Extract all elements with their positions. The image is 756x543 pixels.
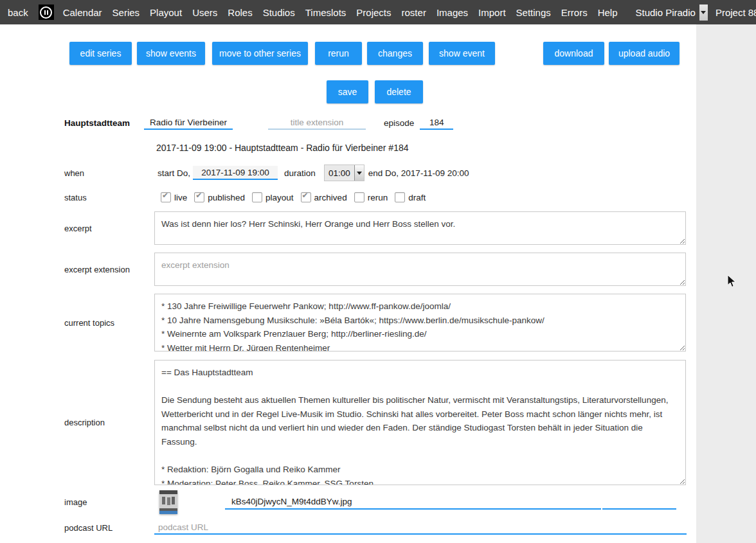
published-checkbox[interactable] — [194, 192, 204, 202]
excerpt-label: excerpt — [64, 224, 154, 233]
status-label: status — [64, 193, 154, 202]
nav-item-series[interactable]: Series — [113, 7, 140, 18]
chevron-down-icon[interactable] — [699, 4, 708, 21]
edit-series-button[interactable]: edit series — [69, 42, 132, 65]
nav-item-import[interactable]: Import — [478, 7, 506, 18]
nav-item-images[interactable]: Images — [437, 7, 468, 18]
excerpt-extension-row: excerpt extension — [0, 253, 696, 286]
title-input[interactable] — [144, 116, 233, 130]
nav-item-calendar[interactable]: Calendar — [63, 7, 102, 18]
draft-checkbox[interactable] — [395, 192, 405, 202]
title-row: Hauptstadtteam episode — [0, 116, 696, 130]
nav-item-users[interactable]: Users — [192, 7, 217, 18]
published-checkbox-label: published — [208, 193, 245, 202]
when-row: when start Do, duration 01:00 end Do, 20… — [0, 165, 696, 181]
nav-item-roles[interactable]: Roles — [228, 7, 252, 18]
image-row: image — [0, 490, 696, 514]
excerpt-textarea[interactable]: Was ist denn hier los? Herr Schinski, He… — [154, 211, 686, 245]
podcast-url-label: podcast URL — [64, 523, 154, 533]
nav-item-roster[interactable]: roster — [402, 7, 426, 18]
rerun-checkbox-label: rerun — [368, 193, 388, 202]
changes-button[interactable]: changes — [367, 42, 423, 65]
content-area: edit series show events move to other se… — [0, 24, 696, 543]
delete-button[interactable]: delete — [375, 80, 423, 103]
project-select[interactable]: Project 88vier — [716, 4, 756, 21]
end-datetime-label: end Do, 2017-11-09 20:00 — [368, 168, 469, 178]
description-label: description — [64, 418, 154, 427]
draft-checkbox-label: draft — [408, 193, 426, 202]
episode-label: episode — [384, 118, 414, 128]
image-label: image — [64, 497, 159, 507]
save-toolbar: save delete — [327, 80, 696, 103]
current-topics-row: current topics * 130 Jahre Freiwillige F… — [0, 294, 696, 352]
show-event-button[interactable]: show event — [429, 42, 495, 65]
excerpt-extension-textarea[interactable] — [154, 253, 686, 286]
show-events-button[interactable]: show events — [137, 42, 205, 65]
current-topics-textarea[interactable]: * 130 Jahre Freiwillige Feuerwehr Pankow… — [154, 294, 686, 352]
current-topics-label: current topics — [64, 318, 154, 328]
podcast-url-input[interactable] — [154, 521, 687, 535]
when-label: when — [64, 168, 154, 178]
title-extension-input[interactable] — [268, 116, 366, 130]
image-thumbnail[interactable] — [159, 490, 177, 514]
nav-back-link[interactable]: back — [8, 7, 28, 18]
image-secondary-input[interactable] — [602, 495, 676, 510]
chevron-down-icon[interactable] — [354, 165, 364, 181]
nav-item-help[interactable]: Help — [598, 7, 618, 18]
description-textarea[interactable]: == Das Hauptstadtteam Die Sendung besteh… — [154, 360, 686, 485]
top-navbar: back Calendar Series Playout Users Roles… — [0, 0, 756, 24]
start-day-label: start Do, — [158, 168, 190, 178]
nav-item-errors[interactable]: Errors — [561, 7, 588, 18]
status-row: status live published playout archived r… — [0, 192, 696, 202]
archived-checkbox-label: archived — [314, 193, 347, 202]
archived-checkbox[interactable] — [301, 192, 311, 202]
playout-checkbox-label: playout — [266, 193, 294, 202]
podcast-url-row: podcast URL — [0, 521, 696, 535]
duration-label: duration — [284, 168, 316, 178]
rerun-button[interactable]: rerun — [315, 42, 362, 65]
excerpt-extension-label: excerpt extension — [64, 265, 154, 274]
nav-item-studios[interactable]: Studios — [263, 7, 295, 18]
download-button[interactable]: download — [543, 42, 604, 65]
radio-logo-icon[interactable] — [39, 4, 54, 20]
nav-item-playout[interactable]: Playout — [150, 7, 182, 18]
nav-item-settings[interactable]: Settings — [516, 7, 551, 18]
event-summary-text: 2017-11-09 19:00 - Hauptstadtteam - Radi… — [156, 143, 409, 153]
nav-item-projects[interactable]: Projects — [356, 7, 391, 18]
upload-audio-button[interactable]: upload audio — [609, 42, 680, 65]
description-row: description == Das Hauptstadtteam Die Se… — [0, 360, 696, 485]
episode-input[interactable] — [420, 116, 453, 130]
playout-checkbox[interactable] — [252, 192, 262, 202]
start-datetime-input[interactable] — [193, 166, 278, 180]
duration-select[interactable]: 01:00 — [324, 165, 364, 181]
excerpt-row: excerpt Was ist denn hier los? Herr Schi… — [0, 211, 696, 245]
action-toolbar: edit series show events move to other se… — [69, 24, 696, 65]
mouse-cursor-icon — [727, 274, 737, 289]
image-filename-input[interactable] — [225, 495, 601, 510]
nav-item-timeslots[interactable]: Timeslots — [305, 7, 346, 18]
move-to-other-series-button[interactable]: move to other series — [212, 42, 308, 65]
save-button[interactable]: save — [327, 80, 368, 103]
live-checkbox-label: live — [174, 193, 187, 202]
rerun-checkbox[interactable] — [354, 192, 364, 202]
series-name-label: Hauptstadtteam — [64, 118, 144, 128]
live-checkbox[interactable] — [161, 192, 171, 202]
studio-select[interactable]: Studio Piradio — [636, 4, 708, 21]
